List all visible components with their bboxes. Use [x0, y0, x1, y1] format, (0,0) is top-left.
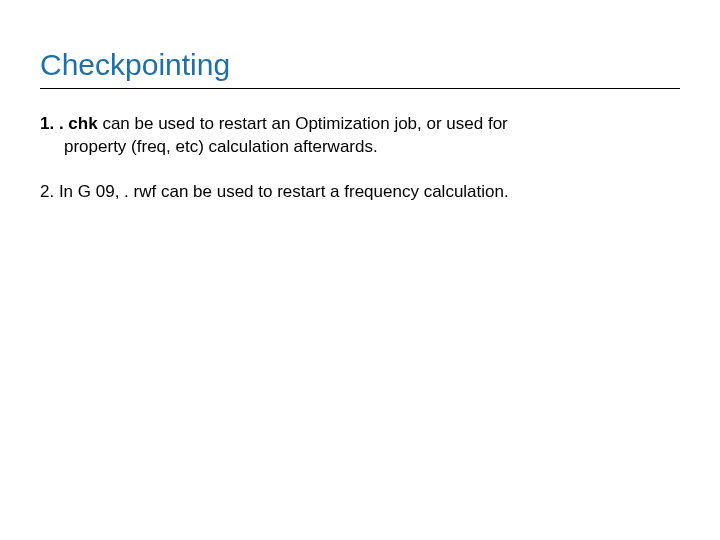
slide: Checkpointing 1. . chk can be used to re…	[0, 0, 720, 204]
list-item-1-line1: 1. . chk can be used to restart an Optim…	[40, 113, 680, 136]
item1-rest: can be used to restart an Optimization j…	[98, 114, 508, 133]
item1-bold: . chk	[59, 114, 98, 133]
list-item-2: 2. In G 09, . rwf can be used to restart…	[40, 181, 680, 204]
item1-number: 1.	[40, 114, 54, 133]
title-divider	[40, 88, 680, 89]
list-item-1: 1. . chk can be used to restart an Optim…	[40, 113, 680, 159]
list-item-1-line2: property (freq, etc) calculation afterwa…	[40, 136, 680, 159]
slide-title: Checkpointing	[40, 48, 680, 82]
